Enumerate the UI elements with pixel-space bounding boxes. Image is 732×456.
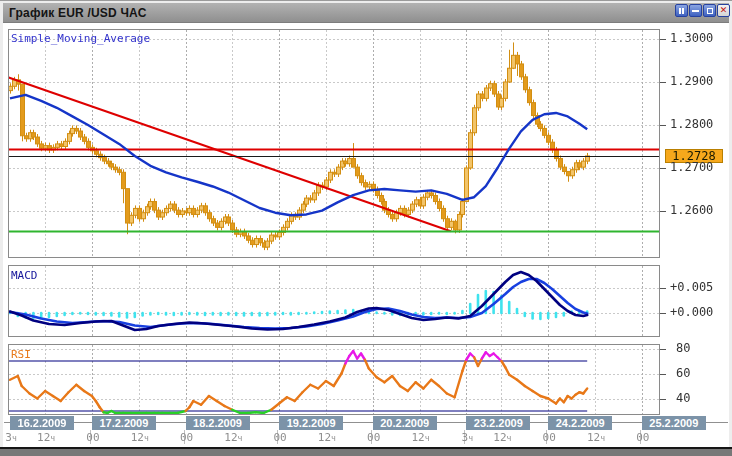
chart-window: График EUR /USD ЧАС ✕ Simple_Moving_Aver…: [0, 0, 732, 456]
chart-canvas[interactable]: [0, 1, 732, 456]
window-bottom-border: [0, 447, 732, 456]
